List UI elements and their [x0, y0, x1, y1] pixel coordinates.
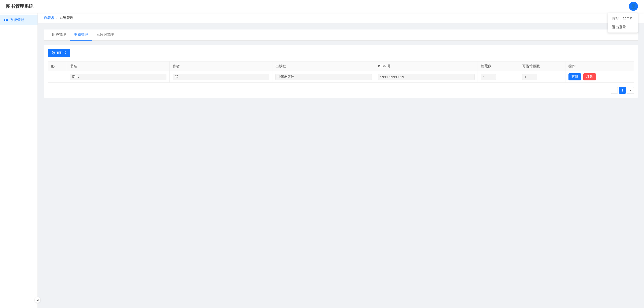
cell-name [67, 71, 170, 83]
col-id: ID [48, 61, 67, 71]
author-input[interactable] [173, 74, 269, 80]
col-isbn: ISBN 号 [375, 61, 478, 71]
update-button[interactable]: 更新 [568, 73, 581, 80]
name-input[interactable] [70, 74, 166, 80]
breadcrumb-current: 系统管理 [59, 16, 74, 20]
tabs-container: 用户管理 书籍管理 元数据管理 [44, 29, 638, 41]
delete-button[interactable]: 移除 [583, 73, 596, 80]
books-table: ID 书名 作者 出版社 ISBN 号 馆藏数 可借馆藏数 操作 1 [48, 61, 634, 83]
col-available: 可借馆藏数 [519, 61, 565, 71]
pagination: ‹ 1 › [48, 87, 634, 94]
cell-available [519, 71, 565, 83]
cell-author [170, 71, 272, 83]
table-section: 添加图书 ID 书名 作者 出版社 ISBN 号 馆藏数 可借馆藏数 操作 [44, 45, 638, 98]
col-name: 书名 [67, 61, 170, 71]
user-greeting: 你好，admin [608, 14, 638, 23]
avatar-icon: 👤 [631, 4, 636, 9]
logout-button[interactable]: 退出登录 [608, 23, 638, 32]
pagination-page-1[interactable]: 1 [619, 87, 626, 94]
breadcrumb: 仪表盘 / 系统管理 [38, 13, 644, 23]
pagination-next[interactable]: › [627, 87, 634, 94]
header-row: ID 书名 作者 出版社 ISBN 号 馆藏数 可借馆藏数 操作 [48, 61, 634, 71]
cell-id: 1 [48, 71, 67, 83]
content-area: 用户管理 书籍管理 元数据管理 添加图书 ID 书名 作者 出版社 ISBN 号 [38, 23, 644, 104]
pagination-prev[interactable]: ‹ [611, 87, 618, 94]
cell-isbn [375, 71, 478, 83]
header-right: 👤 你好，admin 退出登录 [629, 2, 638, 11]
sidebar-collapse-button[interactable]: ◀ [34, 297, 41, 303]
breadcrumb-dashboard[interactable]: 仪表盘 [44, 16, 54, 20]
layout: 系统管理 ◀ 仪表盘 / 系统管理 用户管理 书籍管理 元数据管理 添加图书 [0, 13, 644, 308]
table-body: 1 更新 移除 [48, 71, 634, 83]
publisher-input[interactable] [275, 74, 372, 80]
table-row: 1 更新 移除 [48, 71, 634, 83]
cell-total [478, 71, 519, 83]
col-publisher: 出版社 [272, 61, 375, 71]
tab-book-management[interactable]: 书籍管理 [70, 29, 92, 41]
col-total: 馆藏数 [478, 61, 519, 71]
available-input[interactable] [522, 74, 537, 80]
sidebar: 系统管理 ◀ [0, 13, 38, 308]
grid-icon [4, 19, 8, 21]
table-header: ID 书名 作者 出版社 ISBN 号 馆藏数 可借馆藏数 操作 [48, 61, 634, 71]
tab-user-management[interactable]: 用户管理 [48, 29, 70, 41]
cell-action: 更新 移除 [565, 71, 634, 83]
header: 图书管理系统 👤 你好，admin 退出登录 [0, 0, 644, 13]
col-author: 作者 [170, 61, 272, 71]
tab-metadata-management[interactable]: 元数据管理 [92, 29, 118, 41]
user-dropdown: 你好，admin 退出登录 [608, 13, 638, 33]
col-action: 操作 [565, 61, 634, 71]
breadcrumb-separator: / [56, 16, 57, 20]
cell-publisher [272, 71, 375, 83]
sidebar-item-label: 系统管理 [10, 18, 24, 22]
avatar-button[interactable]: 👤 [629, 2, 638, 11]
total-input[interactable] [481, 74, 496, 80]
app-title: 图书管理系统 [6, 3, 33, 9]
isbn-input[interactable] [378, 74, 475, 80]
collapse-icon: ◀ [37, 299, 39, 301]
sidebar-item-system-management[interactable]: 系统管理 [0, 15, 38, 25]
add-book-button[interactable]: 添加图书 [48, 49, 70, 57]
main-content: 仪表盘 / 系统管理 用户管理 书籍管理 元数据管理 添加图书 ID 书名 [38, 13, 644, 308]
